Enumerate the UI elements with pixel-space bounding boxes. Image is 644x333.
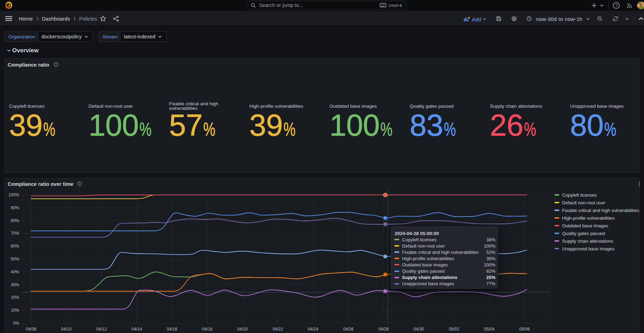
svg-text:05/02: 05/02 (449, 327, 459, 332)
svg-text:04/24: 04/24 (308, 327, 318, 332)
svg-text:?: ? (615, 3, 618, 8)
svg-text:04/08: 04/08 (26, 327, 36, 332)
svg-text:04/16: 04/16 (167, 327, 177, 332)
svg-text:04/18: 04/18 (202, 327, 212, 332)
svg-text:80%: 80% (11, 218, 19, 223)
svg-text:05/04: 05/04 (484, 327, 494, 332)
svg-text:04/12: 04/12 (96, 327, 107, 332)
svg-text:04/30: 04/30 (414, 327, 424, 332)
svg-text:50%: 50% (11, 257, 19, 262)
svg-text:04/14: 04/14 (131, 327, 142, 332)
svg-text:04/20: 04/20 (237, 327, 248, 332)
svg-text:04/26: 04/26 (343, 327, 354, 332)
svg-text:100%: 100% (8, 192, 19, 197)
svg-text:30%: 30% (11, 282, 19, 287)
svg-text:05/06: 05/06 (519, 327, 530, 332)
svg-text:70%: 70% (11, 231, 19, 236)
svg-text:0%: 0% (13, 321, 20, 326)
svg-text:60%: 60% (11, 244, 19, 249)
svg-text:04/28: 04/28 (378, 327, 389, 332)
svg-text:90%: 90% (11, 205, 19, 210)
svg-text:10%: 10% (11, 308, 19, 313)
svg-text:04/10: 04/10 (61, 327, 71, 332)
svg-text:40%: 40% (11, 270, 19, 274)
svg-text:20%: 20% (11, 295, 19, 300)
svg-text:04/22: 04/22 (273, 327, 283, 332)
